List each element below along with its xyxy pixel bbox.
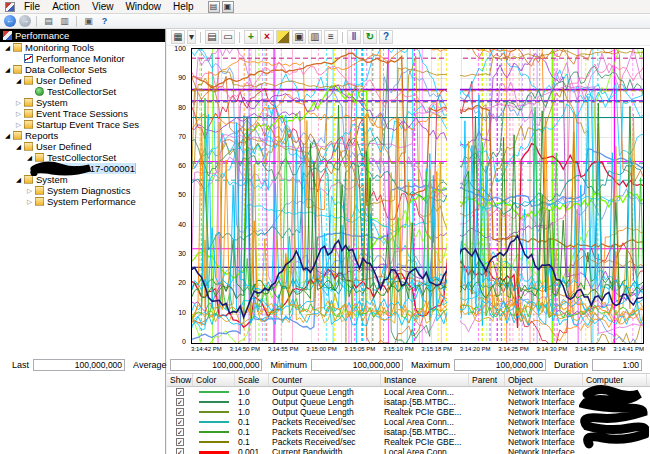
menu-item-file[interactable]: File [18, 0, 46, 14]
tree-item-system-performance[interactable]: ▷System Performance [0, 196, 165, 207]
tree-expand-toggle-icon[interactable]: ▷ [14, 99, 23, 107]
tree-item-user-defined[interactable]: ◢User Defined [0, 75, 165, 86]
column-header-object[interactable]: Object [505, 374, 583, 386]
counter-row[interactable]: ✓1.0Output Queue LengthRealtek PCIe GBE.… [167, 407, 650, 417]
menu-item-action[interactable]: Action [46, 0, 86, 14]
counter-row[interactable]: ✓1.0Output Queue LengthLocal Area Conn..… [167, 387, 650, 397]
tree-root-performance[interactable]: Performance [0, 29, 165, 42]
tree-item-performance-monitor[interactable]: Performance Monitor [0, 53, 165, 64]
clear-display-button[interactable]: ▭ [221, 30, 235, 44]
tree-item-testcollectorset[interactable]: ◢TestCollectorSet [0, 152, 165, 163]
show-checkbox[interactable]: ✓ [176, 428, 184, 436]
tree-item-event-trace-sessions[interactable]: ▷Event Trace Sessions [0, 108, 165, 119]
column-header-instance[interactable]: Instance [381, 374, 469, 386]
toolbar-separator [36, 16, 37, 27]
column-header-counter[interactable]: Counter [269, 374, 381, 386]
counter-row[interactable]: ✓0.1Packets Received/secRealtek PCIe GBE… [167, 437, 650, 447]
color-cell [193, 441, 235, 443]
highlight-button[interactable] [276, 30, 290, 44]
column-header-computer[interactable]: Computer [583, 374, 647, 386]
counter-cell: Output Queue Length [269, 407, 381, 417]
add-counter-button[interactable]: + [244, 30, 258, 44]
column-header-show[interactable]: Show [167, 374, 193, 386]
delete-counter-button[interactable]: × [260, 30, 274, 44]
color-cell [193, 391, 235, 393]
forward-button[interactable]: → [19, 15, 31, 27]
folder-icon [35, 186, 44, 195]
help-button[interactable]: ? [379, 30, 393, 44]
x-axis-label: 3:14:30 PM [537, 346, 568, 352]
export-list-button[interactable]: ▥ [58, 15, 71, 28]
show-hide-tree-button[interactable]: ▤ [42, 15, 55, 28]
counter-cell: Packets Received/sec [269, 427, 381, 437]
instance-cell: Realtek PCIe GBE... [381, 437, 469, 447]
object-cell: Network Interface [505, 387, 583, 397]
column-header-scale[interactable]: Scale [235, 374, 269, 386]
show-checkbox[interactable]: ✓ [176, 398, 184, 406]
stat-label-maximum: Maximum [411, 360, 450, 370]
column-header-color[interactable]: Color [193, 374, 235, 386]
tree-expand-toggle-icon[interactable]: ◢ [3, 44, 12, 52]
y-axis-label: 100 [174, 45, 186, 52]
menu-item-view[interactable]: View [86, 0, 120, 14]
counter-cell: Packets Received/sec [269, 437, 381, 447]
tree-expand-toggle-icon[interactable]: ◢ [3, 132, 12, 140]
y-axis-label: 30 [178, 250, 186, 257]
tree-item-system-diagnostics[interactable]: ▷System Diagnostics [0, 185, 165, 196]
tree-expand-toggle-icon[interactable]: ▷ [14, 110, 23, 118]
counter-row[interactable]: ✓0.1Packets Received/secLocal Area Conn.… [167, 417, 650, 427]
counter-table-header: ShowColorScaleCounterInstanceParentObjec… [167, 374, 650, 387]
column-header-parent[interactable]: Parent [469, 374, 505, 386]
folder-icon [35, 153, 44, 162]
tree-item-system[interactable]: ▷System [0, 97, 165, 108]
chart-type-button[interactable]: ▦ [171, 30, 185, 44]
freeze-display-button[interactable]: ‖ [347, 30, 361, 44]
update-data-button[interactable]: ↻ [363, 30, 377, 44]
tree-item-monitoring-tools[interactable]: ◢Monitoring Tools [0, 42, 165, 53]
tree-item-20161017-000001[interactable]: 20161017-000001 [0, 163, 165, 174]
console-window-icon[interactable]: ▣ [222, 1, 234, 13]
color-cell [193, 411, 235, 413]
tree-item-data-collector-sets[interactable]: ◢Data Collector Sets [0, 64, 165, 75]
show-checkbox[interactable]: ✓ [176, 408, 184, 416]
tree-item-testcollectorset[interactable]: TestCollectorSet [0, 86, 165, 97]
properties-button[interactable]: ≡ [324, 30, 338, 44]
tree-expand-toggle-icon[interactable]: ◢ [3, 66, 12, 74]
object-cell: Network Interface [505, 397, 583, 407]
stat-value-minimum: 100,000,000 [311, 359, 403, 371]
counter-row[interactable]: ✓0.1Packets Received/secisatap.{5B.MTBC.… [167, 427, 650, 437]
view-log-data-button[interactable]: ▤ [205, 30, 219, 44]
tree-expand-toggle-icon[interactable]: ◢ [25, 154, 34, 162]
console-tree-toggle-icon[interactable]: ▤ [208, 1, 220, 13]
tree-item-system[interactable]: ◢System [0, 174, 165, 185]
show-checkbox[interactable]: ✓ [176, 448, 184, 454]
tree-expand-toggle-icon[interactable]: ▷ [25, 187, 34, 195]
tree-item-reports[interactable]: ◢Reports [0, 130, 165, 141]
chart-type-dropdown[interactable]: ▾ [187, 30, 196, 44]
tree-item-user-defined[interactable]: ◢User Defined [0, 141, 165, 152]
x-axis-label: 3:14:25 PM [498, 346, 529, 352]
paste-counter-list-button[interactable]: ▥ [308, 30, 322, 44]
tree-expand-toggle-icon[interactable]: ▷ [25, 198, 34, 206]
menu-item-window[interactable]: Window [119, 0, 167, 14]
tree-expand-toggle-icon[interactable]: ◢ [14, 77, 23, 85]
new-window-button[interactable]: ▣ [82, 15, 95, 28]
tree-expand-toggle-icon[interactable]: ◢ [14, 176, 23, 184]
back-button[interactable]: ← [4, 15, 16, 27]
tree-expand-toggle-icon[interactable]: ◢ [14, 143, 23, 151]
scale-cell: 1.0 [235, 397, 269, 407]
tree-item-startup-event-trace-ses[interactable]: ▷Startup Event Trace Ses [0, 119, 165, 130]
perfmon-canvas[interactable] [191, 48, 644, 344]
color-swatch [199, 441, 229, 443]
copy-properties-button[interactable]: ▣ [292, 30, 306, 44]
y-axis-label: 10 [178, 309, 186, 316]
help-toolbar-button[interactable]: ? [98, 15, 111, 28]
counter-row[interactable]: ✓1.0Output Queue Lengthisatap.{5B.MTBC..… [167, 397, 650, 407]
scale-cell: 0.001 [235, 447, 269, 454]
show-checkbox[interactable]: ✓ [176, 388, 184, 396]
menu-item-help[interactable]: Help [167, 0, 200, 14]
show-checkbox[interactable]: ✓ [176, 438, 184, 446]
tree-expand-toggle-icon[interactable]: ▷ [14, 121, 23, 129]
show-checkbox[interactable]: ✓ [176, 418, 184, 426]
counter-row[interactable]: ✓0.001Current BandwidthLocal Area Conn..… [167, 447, 650, 454]
